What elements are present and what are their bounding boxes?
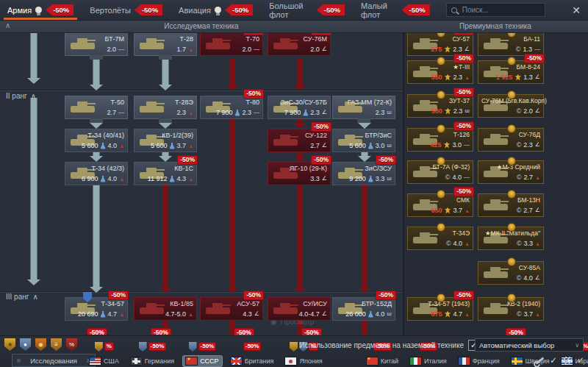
discount-badge: -50% — [311, 155, 331, 165]
vehicle-card[interactable]: -50%АСУ-574.3∠ — [200, 297, 263, 321]
nation-tab-button[interactable]: Япония — [282, 356, 325, 366]
vehicle-card[interactable]: СУ-76М (5гв.Кав.Корп)©2.0∠ — [478, 94, 544, 118]
list-shield-icon[interactable]: ≡ — [51, 338, 62, 351]
nation-tab-button[interactable]: СССР — [183, 356, 222, 366]
item-usage-row: Использование предметов на наземной техн… — [299, 340, 479, 351]
connector-arrow — [357, 321, 372, 335]
vehicle-stats: 6503.7▲ — [431, 207, 470, 214]
tab-Малый флот[interactable]: Малый флот-50% — [361, 0, 430, 20]
vehicle-card[interactable]: -50%ЗиС/ЗСУ9 2003.3ш — [332, 162, 395, 185]
uk-flag-icon — [231, 357, 242, 365]
vehicle-card[interactable]: -50%СУ-1222.7∠ — [268, 129, 331, 152]
vehicle-card[interactable]: СУ/ИСУ4.0-4.7∠ — [268, 297, 331, 321]
nation-label: Британия — [245, 357, 274, 365]
nation-tab-Германия[interactable]: -50%Германия — [128, 342, 177, 366]
vehicle-card[interactable]: БТ-7М2.0— — [65, 32, 128, 56]
discount-badge: -50% — [243, 89, 264, 99]
vehicle-card[interactable]: -50%ЗУТ-375002.3ш — [407, 94, 473, 118]
nation-tab-Британия[interactable]: -50%Британия — [228, 342, 277, 366]
search-box[interactable] — [446, 3, 546, 17]
wrench-icon[interactable] — [535, 357, 544, 365]
battle-rating-value: 2.0 — [310, 46, 320, 53]
vehicle-card[interactable]: Т-34Э©4.0▲ — [407, 227, 473, 250]
vehicle-card[interactable]: Т-28Э2.3▲ — [134, 96, 197, 119]
medal-shield-icon[interactable]: ◉ — [35, 338, 46, 351]
vehicle-card[interactable]: БМ-13Н©2.7∠ — [478, 193, 544, 217]
nation-tab-button[interactable]: Британия — [228, 356, 277, 366]
tab-Авиация[interactable]: Авиация-50% — [179, 0, 253, 20]
nation-label: Япония — [299, 357, 322, 365]
research-cost-value: 5 600 — [151, 142, 168, 149]
vehicle-card[interactable]: -50%Т-34-5720 6904.7▲ — [65, 297, 128, 321]
vehicle-card[interactable]: КВ-1/854.7-5.0▲ — [134, 297, 197, 321]
nation-tab-США[interactable]: %США — [87, 342, 122, 366]
gold-shield-icon — [95, 342, 103, 352]
vehicle-card[interactable]: -50%СМК6503.7▲ — [407, 193, 473, 217]
vehicle-card[interactable]: -50%БТР-152Д26 0004.0ш — [332, 297, 395, 321]
vehicle-card[interactable]: БТ-7А (Ф-32)©4.0— — [407, 160, 473, 184]
bulb-shield-icon[interactable]: ● — [20, 338, 31, 351]
camo-brush-icon[interactable] — [562, 357, 572, 365]
vehicle-card[interactable]: Т-34 (40/41)5 6004.0▲ — [65, 129, 128, 152]
vehicle-card[interactable]: ★МК-II "Матильда"©3.3▲ — [478, 227, 544, 250]
vehicle-card[interactable]: -50%КВ-1С11 9124.3▲ — [134, 162, 197, 185]
rank-3-label[interactable]: III ранг∧ — [6, 293, 38, 301]
vehicle-type-tabs: Армия-50%Вертолёты-50%Авиация-50%Большой… — [7, 0, 430, 20]
vehicle-card[interactable]: ★М-3 Средний©2.7▲ — [478, 160, 544, 184]
nation-tab-button[interactable]: США — [87, 356, 122, 366]
vehicle-card[interactable]: СУ-85А©4.0∠ — [478, 261, 544, 285]
tab-Вертолёты[interactable]: Вертолёты-50% — [90, 0, 162, 20]
vehicle-card[interactable]: Т-34 (42/3)6 9004.0▲ — [65, 162, 128, 185]
vehicle-card[interactable]: Т-281.7▲ — [134, 32, 197, 56]
vehicle-card[interactable]: ГАЗ-ММ (72-К)2.3ш — [332, 96, 395, 119]
discount-badge: -50% — [453, 88, 474, 97]
close-icon[interactable]: ✕ — [572, 5, 581, 15]
connector-arrow — [26, 98, 41, 280]
tab-Большой флот[interactable]: Большой флот-50% — [269, 0, 345, 20]
nation-tab-button[interactable]: Италия — [407, 356, 450, 366]
vehicle-card[interactable]: КВ-1/2(39)5 6003.7▲ — [134, 129, 197, 152]
vehicle-card[interactable]: КВ-2 (1940)©3.7▲ — [478, 297, 544, 321]
battle-rating-value: 4.0 — [523, 274, 533, 282]
connector-arrow — [293, 152, 307, 157]
vehicle-card[interactable]: ЗиС-30/СУ-57Б7 9002.3∠ — [268, 96, 331, 119]
premium-medal-icon — [507, 223, 516, 232]
vehicle-stats: 8754.7▲ — [431, 310, 470, 318]
pct-shield-icon[interactable]: % — [66, 338, 77, 351]
nation-tab-button[interactable]: Франция — [456, 356, 503, 366]
tab-Армия[interactable]: Армия-50% — [7, 0, 74, 20]
vehicle-card[interactable]: БТР/ЗиС5 6003.0ш — [332, 129, 395, 152]
star-shield-icon[interactable]: ★ — [4, 338, 15, 351]
tank-silhouette-icon — [206, 307, 230, 314]
vehicle-name: Т-34-57 — [68, 300, 124, 307]
nation-label: Германия — [145, 357, 174, 365]
research-button[interactable]: ≋ Исследования ≋ — [12, 354, 96, 367]
vehicle-card[interactable]: -50%★Т-III3502.3▲ — [407, 60, 473, 84]
tool-icons: ✓ ✓ — [535, 355, 584, 366]
vehicle-card[interactable]: -50%ЯГ-10 (29-К)3.3∠ — [268, 162, 331, 185]
rank-2-label[interactable]: II ранг∧ — [6, 92, 36, 100]
nation-badges: -50% — [243, 342, 262, 355]
game-mode-icon: ▲ — [535, 175, 540, 180]
vehicle-card[interactable]: -50%БМ-8-241 9251.3∠ — [478, 60, 544, 84]
vehicle-card[interactable]: -50%Т-34-57 (1943)8754.7▲ — [407, 297, 473, 321]
vehicle-card[interactable]: БА-11©1.3— — [478, 32, 544, 56]
nation-tab-СССР[interactable]: -50%СССР — [183, 342, 222, 366]
vehicle-name: БТ-7М — [68, 35, 124, 43]
nation-tab-button[interactable]: Китай — [364, 356, 401, 366]
battle-rating-value: 1.3 — [523, 74, 533, 81]
vehicle-card[interactable]: -50%СУ-572752.3∠ — [407, 32, 473, 56]
vehicle-card[interactable]: -50%Т-807 9002.3— — [200, 96, 263, 119]
vehicle-card[interactable]: Т-502.7— — [65, 96, 128, 119]
vehicle-card[interactable]: -50%Т-1264253.0— — [407, 128, 473, 152]
search-input[interactable] — [461, 5, 541, 15]
premium-medal-icon — [437, 124, 445, 133]
vehicle-card[interactable]: -50%Т-702.0— — [200, 32, 263, 56]
vehicle-name: ЯГ-10 (29-К) — [271, 165, 327, 172]
auto-select-dropdown[interactable]: Автоматический выбор ∨ — [475, 338, 584, 352]
nation-tab-button[interactable]: Германия — [128, 356, 177, 366]
research-points-icon — [170, 176, 175, 182]
vehicle-card[interactable]: -50%СУ-76М2.0∠ — [268, 32, 331, 56]
vehicle-card[interactable]: СУ-76Д©2.3∠ — [478, 128, 544, 152]
vehicle-stats: ©2.0∠ — [517, 107, 540, 115]
